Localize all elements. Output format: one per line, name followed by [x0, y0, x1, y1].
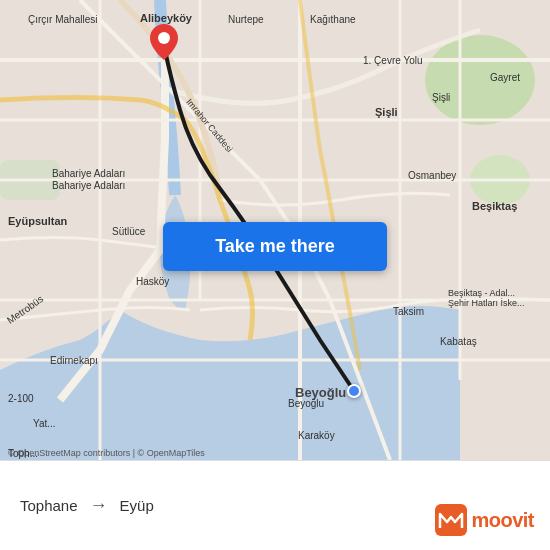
moovit-text: moovit [471, 509, 534, 532]
route-arrow: → [90, 495, 108, 516]
take-me-there-button[interactable]: Take me there [163, 222, 387, 271]
map-container: Çırçır Mahallesi Alibeyköy Nurtepe Kağıt… [0, 0, 550, 460]
app: Çırçır Mahallesi Alibeyköy Nurtepe Kağıt… [0, 0, 550, 550]
destination-pin [150, 24, 178, 64]
svg-point-0 [425, 35, 535, 125]
moovit-icon [435, 504, 467, 536]
route-from: Tophane [20, 497, 78, 514]
route-to: Eyüp [120, 497, 154, 514]
map-attribution: © OpenStreetMap contributors | © OpenMap… [8, 448, 205, 458]
moovit-logo: moovit [435, 504, 534, 536]
origin-pin [347, 384, 361, 398]
svg-point-13 [158, 32, 170, 44]
bottom-bar: Tophane → Eyüp moovit [0, 460, 550, 550]
